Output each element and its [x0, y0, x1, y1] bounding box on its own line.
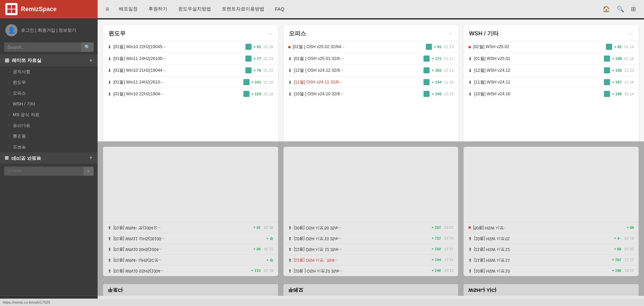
nav-item-1[interactable]: 후원하기: [144, 5, 171, 13]
row-date: 01.19: [263, 80, 273, 84]
table-row[interactable]: ⬇ [11월] WSH v24.11 + 187 11.18: [464, 76, 639, 88]
sidebar-item-ms-official[interactable]: ○ MS 공식 자료: [0, 109, 98, 120]
table-row[interactable]: ⬇ [30룅] OSH 시쪼'50 35/e··· + 101 02.01: [283, 222, 459, 233]
row-title: [21룅] HSW 시쪼'12: [474, 246, 612, 252]
table-row[interactable]: ⬇ [01룅] WIN10 SIHS(1004··· + 96 01.22: [103, 244, 278, 254]
table-row[interactable]: ⬇ [01월] Win10 22H2(1904··· + 110 01.18: [103, 88, 278, 100]
table-row[interactable]: ⬇ [01월] Win11 24H2(2610··· + 141 01.19: [103, 76, 278, 88]
table-row[interactable]: ⬇ [11룅] HSW 시쪼'11 + 181 11.11: [464, 254, 639, 265]
table-row[interactable]: ⬇ [01월 ] OSH v25.01 32/6··· + 171 01.17: [283, 53, 459, 65]
table-row[interactable]: ■ [50룅] HSW 시쪼'· + 88: [464, 222, 639, 233]
row-date: 01.18: [264, 269, 273, 273]
download-icon: ⬇: [468, 92, 472, 97]
card-wsh-title: WSH / 기타: [469, 30, 499, 37]
overlay-section: ⬇ [01룅] WIN10 SSHS(1004··· + 110 01.18 ⬇…: [98, 141, 644, 296]
table-row[interactable]: ⬇ [01룅] WIN10 SSHS(1004··· + 110 01.18: [103, 265, 278, 276]
table-row[interactable]: ⬇ [21룅] HSW 시쪼'12 + 88 51.32: [464, 244, 639, 254]
download-icon: ⬇: [108, 236, 111, 241]
sidebar-bottom-search: ♂: [4, 167, 94, 176]
nav-item-4[interactable]: FAQ: [271, 5, 289, 13]
row-title: [11월] WSH v24.11: [474, 79, 602, 85]
sidebar-item-office-label: 오피스: [13, 90, 26, 96]
card-office-header: 오피스 ···: [283, 25, 459, 41]
hamburger-button[interactable]: ≡: [103, 4, 112, 14]
row-title: [10월 ] OSH v24.10 32/6···: [294, 91, 422, 97]
grid-icon-button[interactable]: ⊞: [628, 3, 639, 15]
sidebar-item-wsh[interactable]: ○ WSH / 기타: [0, 99, 98, 109]
table-row[interactable]: ⬇ [21룅] OSH 시쪼 12 35/e··· + 165 51.31: [283, 244, 459, 254]
row-date: 01.17: [443, 57, 453, 61]
sidebar-bottom-search-input[interactable]: [4, 167, 83, 176]
nav-item-3[interactable]: 토렌트자료이용방법: [218, 5, 268, 13]
table-row[interactable]: ⬇ [11월] OSH v24.11 32/6··· + 144 11.16: [283, 76, 459, 88]
thumbnail-icon: [606, 44, 612, 50]
user-links[interactable]: 로그인 | 회원가입 | 정보찾기: [21, 27, 76, 33]
table-row[interactable]: ⬇ [10월 ] OSH v24.10 32/6··· + 146 10.15: [283, 88, 459, 100]
row-title: [01월] Win11 24H2(26100···: [113, 56, 243, 62]
row-count: + 110: [251, 269, 261, 273]
table-row[interactable]: ⬇ [12월 ] OSH v24.12 32/6··· + 165 12.13: [283, 65, 459, 76]
row-count: + 96: [253, 247, 261, 251]
nav-item-2[interactable]: 윈도우설치방법: [174, 5, 215, 13]
sidebar-bottom-item-0[interactable]: ○ 오피쑤: [0, 142, 98, 152]
row-date: 12.23: [624, 68, 634, 72]
svg-rect-1: [12, 5, 15, 9]
bullet-icon: ○: [8, 124, 10, 128]
search-input[interactable]: [4, 43, 81, 52]
logo-text: RemizSpace: [21, 6, 57, 13]
table-row[interactable]: ■ [02월 ] OSH v25.02 32/64··· + 91 02.13: [283, 41, 459, 53]
sidebar-item-notice[interactable]: ○ 공지사항: [0, 66, 98, 77]
table-row[interactable]: ⬇ [10룅] OSH 시쪼'10 35/e··· + 131 01.10: [283, 233, 459, 244]
table-row[interactable]: ⬇ [10룅 ] OSH 시쪼'10 35/e··· + 146 10.12: [283, 265, 459, 276]
chevron-up-icon: ▲: [89, 156, 93, 161]
row-count: + 165: [432, 247, 441, 251]
search-icon-button[interactable]: 🔍: [614, 3, 627, 15]
table-row[interactable]: ⬇ [12월] WSH v24.12 + 158 12.23: [464, 65, 639, 76]
sidebar-item-office[interactable]: ○ 오피스: [0, 88, 98, 99]
nav-item-0[interactable]: 배포일정: [115, 5, 142, 13]
row-title: [02월 ] OSH v25.02 32/64···: [293, 44, 424, 50]
row-count: + 141: [251, 80, 261, 84]
table-row[interactable]: ⬇ [01월] Win10 22H2(19045··· + 61 01.28: [103, 41, 278, 53]
sidebar-item-windows[interactable]: ○ 윈도우: [0, 77, 98, 88]
card-wsh-menu-button[interactable]: ···: [629, 31, 633, 37]
table-row[interactable]: ■ [02월] WSH v25.02 + 82 02.14: [464, 41, 639, 53]
table-row[interactable]: ⬇ [01룅] WIN4¹ '쪼(1004오··· + 91 01.38: [103, 222, 278, 233]
table-row[interactable]: ⬇ [01월] WSH v25.01 + 198 01.18: [464, 53, 639, 65]
card-windows-header: 윈도우 ···: [103, 25, 278, 41]
sidebar-bottom-section-header[interactable]: ⊞ 데미쪼 자료뷰 ▲: [0, 152, 98, 164]
row-title: [01월] Win10 22H2(19045···: [113, 44, 243, 50]
sidebar-item-ms-label: MS 공식 자료: [13, 112, 39, 118]
row-count: + 76: [253, 68, 261, 72]
row-title: [12월] WSH v24.12: [474, 68, 602, 73]
search-button[interactable]: 🔍: [81, 42, 94, 52]
table-row[interactable]: ⬇ [10룅] HSW 시쪼'01 + 4·· 01.18: [464, 233, 639, 244]
row-title: [10월] WSH v24.10: [474, 91, 602, 97]
home-icon-button[interactable]: 🏠: [600, 3, 613, 15]
row-date: 11.11: [624, 258, 634, 262]
row-title: [01월] Win10 22H2(1904···: [113, 91, 241, 97]
table-row[interactable]: ⬇ [01룅] WIN4¹ 삮HS(SC쪼··· + 뚜: [103, 254, 278, 265]
table-row[interactable]: ⬇ [01룅] WIN11 삮HS(26100··· + 뚜: [103, 233, 278, 244]
sidebar-bottom-item-2[interactable]: ○ 유이나유: [0, 120, 98, 131]
table-row[interactable]: ⬇ [11룅] OSH 시쪼'. 35/ě··· + 144 11.16: [283, 254, 459, 265]
row-date: 01.10: [444, 237, 454, 241]
sidebar-section-remiz[interactable]: ⊞ 레미쯔 자료실 ▼: [0, 55, 98, 66]
sidebar-section-remiz-label: 레미쯔 자료실: [12, 58, 41, 64]
thumbnail-icon: [423, 56, 430, 62]
download-icon: ⬇: [468, 236, 472, 241]
logo-area: RemizSpace: [0, 0, 98, 19]
row-date: 02.01: [444, 226, 454, 230]
search-area: 🔍: [4, 42, 94, 52]
row-count: + 뚜: [266, 258, 273, 263]
table-row[interactable]: ⬇ [10룅] HSW 시쪼'10 + 188 10.11: [464, 265, 639, 276]
sidebar-bottom-search-button[interactable]: ♂: [83, 167, 94, 176]
table-row[interactable]: ⬇ [01월] Win11 24H2(26100··· + 77 01.24: [103, 53, 278, 65]
table-row[interactable]: ⬇ [01월] Win10 21H2(19044··· + 76 01.22: [103, 65, 278, 76]
sidebar-bottom-item-1[interactable]: ○ 솔도웅: [0, 131, 98, 142]
row-count: + 198: [612, 57, 622, 61]
card-office-menu-button[interactable]: ···: [448, 31, 453, 37]
table-row[interactable]: ⬇ [10월] WSH v24.10 + 188 10.14: [464, 88, 639, 100]
row-title: [50룅] HSW 시쪼'·: [473, 225, 624, 231]
card-windows-menu-button[interactable]: ···: [268, 31, 272, 37]
